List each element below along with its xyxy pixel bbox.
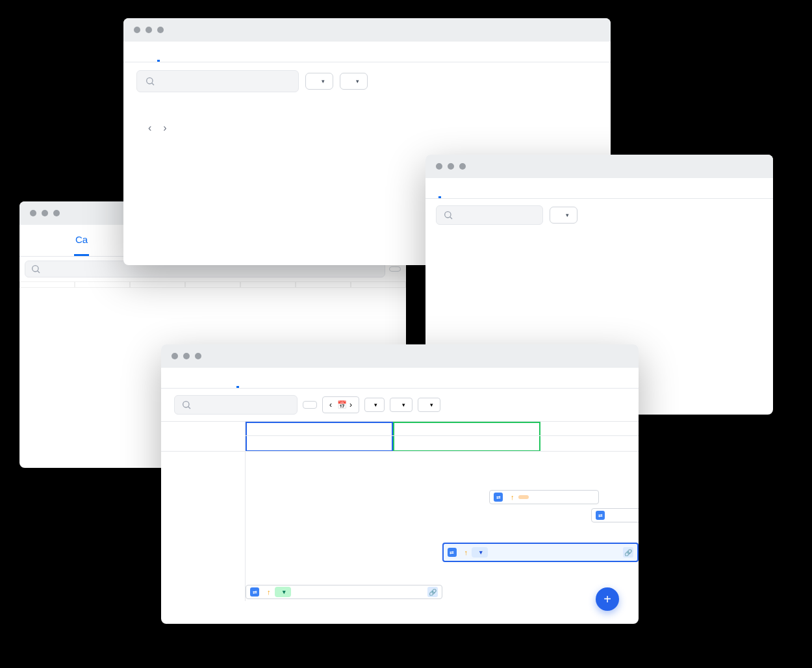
day-header <box>185 281 240 288</box>
tab-list[interactable] <box>195 368 197 388</box>
add-button[interactable]: + <box>596 587 619 611</box>
status-filter[interactable]: ▾ <box>305 73 333 90</box>
tab-board[interactable] <box>32 225 35 256</box>
priority-filter[interactable]: ▾ <box>550 207 577 224</box>
timeline-bar-workflow[interactable]: ⇄↑▾🔗 <box>442 543 639 562</box>
search-icon <box>145 76 155 86</box>
timeline-chart[interactable]: ⇄↑ ⇄ ⇄↑▾🔗 ⇄↑▾🔗 <box>246 422 639 601</box>
roadmap-header <box>161 422 245 452</box>
link-icon: 🔗 <box>623 547 633 558</box>
tab-calendar[interactable] <box>480 178 483 198</box>
link-icon: 🔗 <box>427 587 438 597</box>
today-button[interactable] <box>389 266 401 272</box>
status-filter[interactable]: ▾ <box>390 398 412 412</box>
search-icon <box>181 400 192 410</box>
search-icon <box>31 264 41 274</box>
task-icon: ⇄ <box>494 493 503 502</box>
table-header <box>123 100 611 113</box>
svg-point-3 <box>183 402 189 407</box>
chevron-down-icon: ▾ <box>322 78 325 84</box>
titlebar <box>425 155 773 178</box>
titlebar <box>123 18 611 42</box>
tab-board[interactable] <box>174 368 177 388</box>
tab-timeline[interactable] <box>236 368 239 388</box>
timeline-window: ‹📅› ▾ ▾ ▾ ⇄↑ ⇄ <box>161 344 639 624</box>
period-select[interactable]: ▾ <box>364 398 385 412</box>
priority-filter[interactable]: ▾ <box>340 73 368 90</box>
task-icon: ⇄ <box>596 511 605 520</box>
pager-next[interactable]: › <box>163 122 166 134</box>
month-picker[interactable]: ‹📅› <box>322 396 359 413</box>
svg-point-2 <box>445 212 451 218</box>
view-tabs <box>123 42 611 62</box>
tab-calendar[interactable]: Ca <box>74 225 89 256</box>
pager-prev[interactable]: ‹ <box>148 122 151 134</box>
day-header <box>296 281 351 288</box>
tab-timeline[interactable] <box>199 42 201 62</box>
today-button[interactable] <box>303 401 317 409</box>
day-header <box>19 281 75 288</box>
priority-icon: ↑ <box>267 588 271 596</box>
tab-board[interactable] <box>136 42 139 62</box>
timeline-sidebar <box>161 422 246 601</box>
timeline-bar-intents[interactable]: ⇄↑ <box>489 490 599 504</box>
chevron-down-icon: ▾ <box>356 78 359 84</box>
tab-calendar[interactable] <box>216 368 218 388</box>
day-header <box>130 281 185 288</box>
task-icon: ⇄ <box>250 587 259 597</box>
view-tabs <box>161 368 639 389</box>
day-header <box>240 281 296 288</box>
titlebar <box>161 344 639 368</box>
task-icon: ⇄ <box>448 548 457 557</box>
tab-calendar[interactable] <box>178 42 181 62</box>
timeline-bar-forms[interactable]: ⇄↑▾🔗 <box>246 585 442 599</box>
pager: ‹ › <box>123 113 611 143</box>
search-icon <box>443 210 453 220</box>
timeline-bar-intents2[interactable]: ⇄ <box>591 508 639 522</box>
svg-point-0 <box>32 266 38 272</box>
search-input[interactable] <box>436 205 543 225</box>
day-header <box>75 281 130 288</box>
tab-timeline[interactable] <box>501 178 503 198</box>
tab-list[interactable] <box>459 178 462 198</box>
tab-list[interactable] <box>157 42 160 62</box>
tab-board[interactable] <box>438 178 441 198</box>
priority-icon: ↑ <box>464 548 468 556</box>
search-input[interactable] <box>136 70 299 92</box>
view-tabs <box>425 178 773 199</box>
tab-list[interactable] <box>53 225 56 256</box>
chevron-down-icon: ▾ <box>566 212 569 218</box>
priority-filter[interactable]: ▾ <box>418 398 440 412</box>
calendar-icon: 📅 <box>337 400 347 409</box>
svg-point-1 <box>147 78 153 84</box>
priority-icon: ↑ <box>511 493 514 501</box>
day-header <box>351 281 406 288</box>
search-input[interactable] <box>174 395 298 415</box>
